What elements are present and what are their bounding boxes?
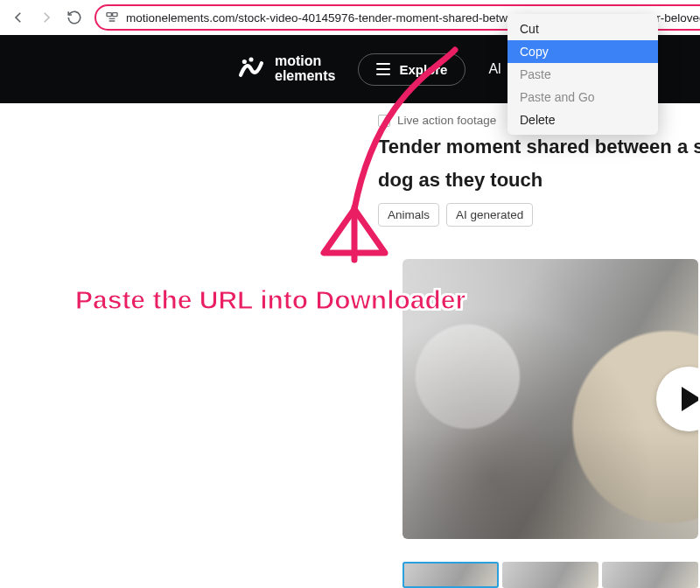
logo-line1: motion	[275, 54, 335, 69]
ctx-cut[interactable]: Cut	[508, 18, 658, 40]
svg-rect-0	[107, 13, 111, 17]
logo-line2: elements	[275, 69, 335, 84]
thumbnail[interactable]	[402, 562, 499, 588]
context-menu: Cut Copy Paste Paste and Go Delete	[508, 14, 658, 135]
back-button[interactable]	[10, 10, 26, 25]
site-settings-icon[interactable]	[105, 10, 119, 24]
logo-icon	[236, 54, 266, 84]
tag-ai-generated[interactable]: AI generated	[446, 203, 533, 227]
svg-point-2	[242, 60, 247, 64]
hamburger-icon	[376, 63, 390, 75]
explore-label: Explore	[399, 62, 447, 77]
tags: Animals AI generated	[378, 203, 700, 227]
footage-type-icon	[378, 115, 390, 127]
ctx-copy[interactable]: Copy	[508, 40, 658, 63]
forward-button[interactable]	[38, 10, 54, 25]
reload-button[interactable]	[66, 10, 82, 25]
video-title-line1: Tender moment shared between a se	[378, 134, 700, 160]
tag-animals[interactable]: Animals	[378, 203, 439, 227]
logo-text: motion elements	[275, 54, 335, 84]
play-icon	[682, 387, 699, 411]
logo[interactable]: motion elements	[236, 54, 335, 84]
svg-rect-1	[113, 13, 117, 17]
thumbnail[interactable]	[502, 562, 598, 588]
ctx-paste-and-go[interactable]: Paste and Go	[508, 86, 658, 108]
thumbnail[interactable]	[602, 562, 698, 588]
video-title-line2: dog as they touch	[378, 167, 700, 193]
ctx-delete[interactable]: Delete	[508, 108, 658, 131]
svg-point-3	[248, 57, 253, 61]
explore-button[interactable]: Explore	[358, 53, 466, 86]
ctx-paste[interactable]: Paste	[508, 63, 658, 86]
annotation-text: Paste the URL into Downloader	[75, 285, 466, 315]
nav-arrows	[7, 10, 89, 25]
thumbnail-strip	[402, 562, 698, 588]
nav-item-partial[interactable]: Al	[488, 61, 500, 77]
footage-type-label: Live action footage	[397, 114, 496, 127]
